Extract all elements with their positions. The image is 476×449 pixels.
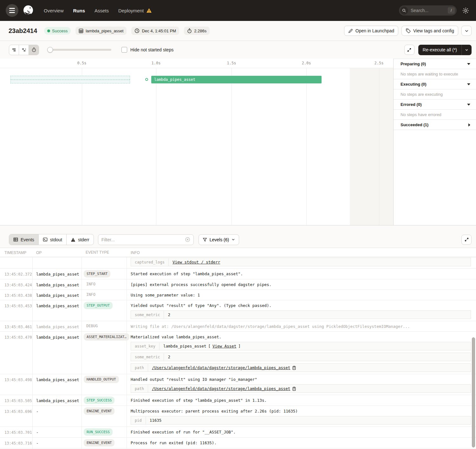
view-logs-link[interactable]: View stdout / stderr [173,260,220,264]
tick-label: 2.0s [302,61,311,65]
alert-triangle-icon [71,238,75,242]
gantt-fullscreen-button[interactable] [404,45,414,55]
metadata-entry: path /Users/alangenfeld/data/dagster/sto… [131,384,471,393]
nav-item-runs[interactable]: Runs [73,8,85,13]
levels-filter-button[interactable]: Levels (6) [199,234,239,245]
copy-icon[interactable] [292,387,296,391]
view-mode-waterfall-button[interactable] [19,45,29,55]
clear-filter-icon[interactable] [185,237,190,242]
path-link[interactable]: /Users/alangenfeld/data/dagster/storage/… [152,386,290,391]
nav-links: Overview Runs Assets Deployment [44,8,152,13]
log-row[interactable]: 13:45:03.696 - ENGINE_EVENT Multiprocess… [0,406,476,427]
waterfall-view-icon [22,48,26,52]
event-log-toolbar: Events stdout stderr [0,234,476,245]
tab-events[interactable]: Events [9,234,39,245]
gantt-toolbar: Hide not started steps Re-execute all (*… [0,41,476,59]
warning-icon [146,8,152,13]
log-filter-field[interactable] [98,234,194,245]
tab-stdout[interactable]: stdout [39,234,67,245]
reexecute-all-button[interactable]: Re-execute all (*) [418,45,472,55]
view-mode-timed-button[interactable] [29,45,39,55]
nav-item-deployment[interactable]: Deployment [118,8,152,13]
log-row[interactable]: 13:45:03.461 lambda_pipes_asset DEBUG Wr… [0,321,476,332]
gantt-timeline: 0.5s 1.0s 1.5s 2.0s 2.5s [0,59,393,68]
nav-item-assets[interactable]: Assets [95,8,109,13]
section-executing[interactable]: Executing (0) [394,79,476,89]
section-succeeded[interactable]: Succeeded (1) [394,120,476,130]
gear-icon[interactable] [462,7,469,14]
event-type-badge: STEP_OUTPUT [84,302,113,309]
event-type-badge: HANDLED_OUTPUT [84,376,119,383]
copy-icon[interactable] [292,366,296,370]
log-row[interactable]: 13:45:03.505 lambda_pipes_asset STEP_SUC… [0,395,476,406]
path-link[interactable]: /Users/alangenfeld/data/dagster/storage/… [152,365,290,370]
vertical-scrollbar[interactable] [472,337,475,447]
clock-icon [134,28,140,33]
section-errored[interactable]: Errored (0) [394,100,476,110]
step-status-panel: Preparing (0) No steps are waiting to ex… [393,59,476,225]
step-marker-dot [145,78,148,81]
log-row[interactable]: 13:45:03.498 lambda_pipes_asset HANDLED_… [0,374,476,395]
log-row[interactable]: 13:45:02.372 lambda_pipes_asset STEP_STA… [0,269,476,279]
reexecute-dropdown-button[interactable] [461,45,472,55]
run-id: 23ab2414 [9,27,37,35]
event-type-badge: RUN_SUCCESS [84,428,113,436]
run-header-more-button[interactable] [461,26,472,36]
expand-icon [464,237,469,242]
gantt-after-run-region [350,68,393,225]
status-badge: Success [44,27,71,35]
run-duration-tag: 2.286s [184,27,210,35]
col-header-timestamp: TIMESTAMP [0,248,33,257]
event-type-label: DEBUG [84,323,98,328]
gridline [379,68,379,225]
caret-down-icon [467,83,470,85]
gridline [231,68,232,225]
col-header-op: OP [33,248,82,257]
view-asset-link[interactable]: View Asset [212,344,236,348]
gridline [82,68,82,225]
view-tags-config-button[interactable]: View tags and config [401,26,458,36]
step-waiting-box [10,76,130,83]
flat-view-icon [12,48,16,52]
tick-label: 1.5s [227,61,236,65]
event-log-section: Events stdout stderr [0,225,476,449]
open-in-launchpad-button[interactable]: Open in Launchpad [344,26,398,36]
log-row[interactable]: captured_logs View stdout / stderr [0,257,476,269]
section-preparing-empty: No steps are waiting to execute [394,69,476,79]
log-row[interactable]: 13:45:03.716 - ENGINE_EVENT Process for … [0,438,476,448]
log-row[interactable]: 13:45:03.470 lambda_pipes_asset ASSET_MA… [0,332,476,374]
dagster-logo-icon[interactable] [22,4,35,17]
slider-knob[interactable] [47,47,53,53]
run-detail-page: Overview Runs Assets Deployment / [0,0,476,449]
checkbox-icon[interactable] [121,47,127,53]
search-shortcut-badge: / [448,7,455,14]
event-log-table: TIMESTAMP OP EVENT TYPE INFO captured_lo… [0,248,476,449]
log-filter-input[interactable] [101,237,185,242]
nav-item-overview[interactable]: Overview [44,8,64,13]
job-tag[interactable]: lambda_pipes_asset [75,27,127,35]
log-row[interactable]: 13:45:03.438 lambda_pipes_asset INFO Usi… [0,290,476,300]
global-search[interactable]: / [399,5,457,16]
gantt-chart[interactable]: lambda_pipes_asset [0,68,393,225]
event-type-badge: STEP_SUCCESS [84,397,114,404]
metadata-entry: pid 11635 [131,416,471,425]
section-preparing[interactable]: Preparing (0) [394,59,476,69]
tick-label: 2.5s [375,61,384,65]
hide-not-started-checkbox[interactable]: Hide not started steps [121,47,173,53]
hamburger-menu-button[interactable] [6,4,18,17]
metadata-entry: some_metric 2 [131,353,471,361]
tab-stderr[interactable]: stderr [67,234,94,245]
run-header-actions: Open in Launchpad View tags and config [344,26,472,36]
search-input[interactable] [408,8,448,13]
expand-icon [407,48,412,52]
caret-right-icon [468,123,470,127]
log-row[interactable]: 13:45:03.453 lambda_pipes_asset STEP_OUT… [0,300,476,321]
log-row[interactable]: 13:45:03.701 - RUN_SUCCESS Finished exec… [0,427,476,438]
search-icon [400,7,408,15]
log-row[interactable]: 13:45:03.424 lambda_pipes_asset INFO [pi… [0,279,476,290]
view-mode-flat-button[interactable] [9,45,19,55]
status-dot-icon [47,29,50,32]
log-fullscreen-button[interactable] [461,235,472,245]
gantt-step-bar[interactable]: lambda_pipes_asset [151,76,322,83]
gantt-zoom-slider[interactable] [48,49,111,51]
